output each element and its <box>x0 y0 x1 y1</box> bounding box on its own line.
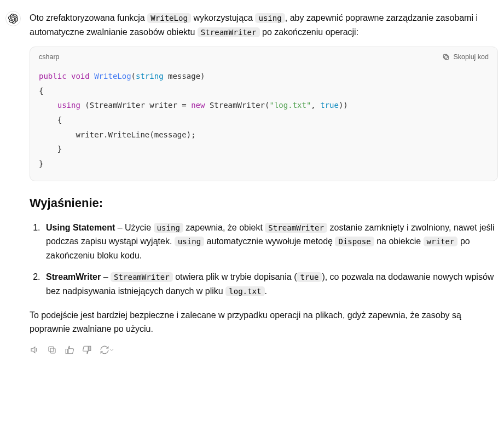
thumbs-up-button[interactable] <box>65 345 74 355</box>
inline-code: log.txt <box>225 286 264 296</box>
text: – Użycie <box>115 223 153 232</box>
regenerate-button[interactable] <box>100 345 115 355</box>
svg-rect-0 <box>445 56 449 60</box>
speaker-icon <box>30 345 39 355</box>
code-content[interactable]: public void WriteLog(string message) { u… <box>30 67 497 181</box>
copy-icon <box>442 53 450 61</box>
text: otwiera plik w trybie dopisania ( <box>173 272 297 281</box>
message-content: Oto zrefaktoryzowana funkcja WriteLog wy… <box>30 11 498 355</box>
code-language: csharp <box>39 51 60 62</box>
inline-code: StreamWriter <box>265 223 327 233</box>
message-actions <box>30 345 498 355</box>
inline-code: true <box>297 272 322 282</box>
inline-code: WriteLog <box>147 13 191 23</box>
assistant-message: Oto zrefaktoryzowana funkcja WriteLog wy… <box>5 11 498 355</box>
copy-button[interactable] <box>47 345 57 355</box>
svg-rect-2 <box>50 348 55 353</box>
thumbs-up-icon <box>65 345 74 355</box>
openai-icon <box>8 14 18 24</box>
copy-icon <box>47 345 57 355</box>
chevron-down-icon <box>108 347 115 353</box>
svg-rect-1 <box>444 55 448 59</box>
thumbs-down-button[interactable] <box>82 345 92 355</box>
inline-code: Dispose <box>335 237 374 246</box>
conclusion-paragraph: To podejście jest bardziej bezpieczne i … <box>30 308 498 336</box>
inline-code: writer <box>424 237 458 246</box>
text: Oto zrefaktoryzowana funkcja <box>30 13 147 22</box>
inline-code: StreamWriter <box>198 27 260 37</box>
thumbs-down-icon <box>82 345 92 355</box>
read-aloud-button[interactable] <box>30 345 39 355</box>
text: wykorzystująca <box>191 13 255 22</box>
explanation-heading: Wyjaśnienie: <box>30 193 498 212</box>
list-item: Using Statement – Użycie using zapewnia,… <box>43 221 498 263</box>
assistant-avatar <box>5 11 21 26</box>
code-header: csharp Skopiuj kod <box>30 47 497 67</box>
text: automatycznie wywołuje metodę <box>204 237 335 246</box>
inline-code: StreamWriter <box>111 272 173 282</box>
text: zapewnia, że obiekt <box>183 223 265 232</box>
svg-rect-3 <box>49 347 54 352</box>
item-title: StreamWriter <box>46 272 101 281</box>
list-item: StreamWriter – StreamWriter otwiera plik… <box>43 270 498 298</box>
text: . <box>265 286 267 296</box>
text: – <box>101 272 111 281</box>
inline-code: using <box>255 13 285 23</box>
intro-paragraph: Oto zrefaktoryzowana funkcja WriteLog wy… <box>30 11 498 39</box>
copy-label: Skopiuj kod <box>453 51 489 62</box>
inline-code: using <box>175 237 204 246</box>
explanation-list: Using Statement – Użycie using zapewnia,… <box>30 221 498 298</box>
item-title: Using Statement <box>46 223 115 232</box>
code-block: csharp Skopiuj kod public void WriteLog(… <box>30 47 498 181</box>
copy-code-button[interactable]: Skopiuj kod <box>442 51 489 62</box>
text: po zakończeniu operacji: <box>260 27 359 37</box>
text: na obiekcie <box>374 237 424 246</box>
inline-code: using <box>154 223 183 233</box>
